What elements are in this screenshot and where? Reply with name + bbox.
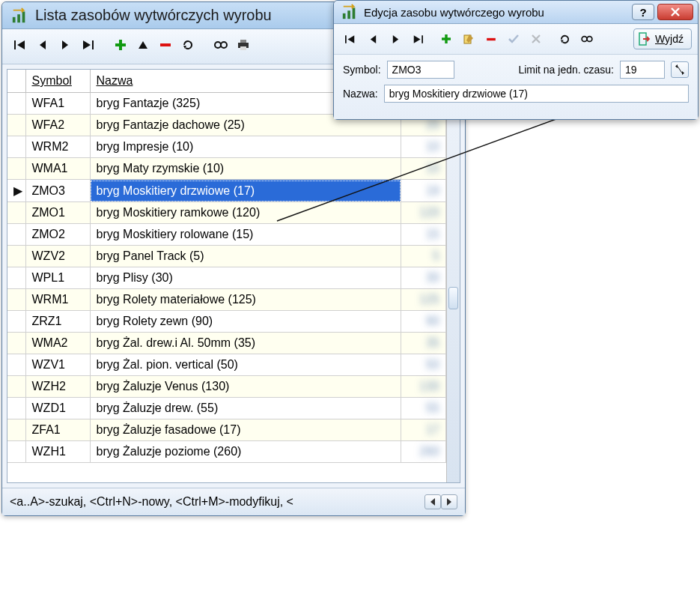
table-row[interactable]: WZD1bryg Żaluzje drew. (55)55 [7,398,446,419]
svg-rect-0 [13,16,16,22]
stepper-button[interactable] [671,61,689,78]
svg-rect-8 [92,40,94,49]
edit-title: Edycja zasobu wytwórczego wyrobu [364,6,544,19]
status-scroll-left-icon[interactable] [424,494,441,509]
move-up-icon[interactable] [133,35,153,55]
svg-rect-32 [421,35,423,43]
table-row[interactable]: WMA1bryg Maty rzymskie (10)10 [7,158,446,180]
row-marker [7,246,25,267]
nav-prev-icon[interactable] [362,29,383,49]
status-text: <a..A>-szukaj, <Ctrl+N>-nowy, <Ctrl+M>-m… [10,495,293,509]
add-icon[interactable] [110,35,131,55]
nav-last-icon[interactable] [407,29,428,49]
delete-icon[interactable] [155,35,176,55]
row-marker [7,267,25,289]
table-row[interactable]: ZMO2bryg Moskitiery rolowane (15)15 [7,224,446,246]
cell-symbol: WMA1 [25,158,90,180]
cell-symbol: WZD1 [25,398,90,419]
table-row[interactable]: WPL1bryg Plisy (30)30 [7,267,446,289]
svg-marker-20 [430,498,435,506]
table-row[interactable]: WZH2bryg Żaluzje Venus (130)130 [7,376,446,398]
svg-marker-5 [40,40,46,49]
vertical-scrollbar[interactable] [446,70,460,482]
table-row[interactable]: WRM1bryg Rolety materiałowe (125)125 [7,289,446,311]
cell-value: 10 [401,136,446,158]
svg-marker-28 [348,35,355,43]
exit-button[interactable]: Wyjdź [633,28,692,49]
edit-icon[interactable] [458,29,479,49]
statusbar: <a..A>-szukaj, <Ctrl+N>-nowy, <Ctrl+M>-m… [2,488,465,515]
name-input[interactable] [384,85,689,103]
cell-symbol: WZV1 [25,354,90,376]
symbol-label: Symbol: [343,64,381,76]
nav-first-icon[interactable] [340,29,361,49]
cell-name: bryg Maty rzymskie (10) [90,158,401,180]
delete-icon[interactable] [481,29,502,49]
cell-name: bryg Moskitiery drzwiowe (17) [90,180,401,202]
scrollbar-thumb[interactable] [448,287,458,309]
list-title: Lista zasobów wytwórczych wyrobu [35,7,272,24]
cancel-icon[interactable] [526,29,547,49]
nav-next-icon[interactable] [55,35,76,55]
search-icon[interactable] [210,35,231,55]
cell-symbol: WMA2 [25,333,90,354]
svg-rect-22 [343,13,346,19]
close-button[interactable] [657,4,693,20]
table-row[interactable]: ▶ZMO3bryg Moskitiery drzwiowe (17)19 [7,180,446,202]
table-row[interactable]: WMA2bryg Żal. drew.i Al. 50mm (35)35 [7,333,446,354]
cell-name: bryg Żaluzje poziome (260) [90,441,401,463]
status-scroll-right-icon[interactable] [441,494,457,509]
symbol-input[interactable] [387,61,454,79]
svg-marker-31 [414,35,421,43]
row-marker [7,115,25,136]
nav-first-icon[interactable] [10,35,31,55]
edit-titlebar[interactable]: Edycja zasobu wytwórczego wyrobu ? [334,1,698,24]
nav-next-icon[interactable] [385,29,406,49]
svg-point-14 [215,42,221,48]
cell-value: 260 [401,441,446,463]
limit-input[interactable] [620,61,665,79]
add-icon[interactable] [436,29,457,49]
row-marker [7,202,25,224]
row-marker [7,354,25,376]
row-marker [7,398,25,419]
refresh-icon[interactable] [177,35,198,55]
table-row[interactable]: WZH1bryg Żaluzje poziome (260)260 [7,441,446,463]
svg-marker-29 [370,35,375,43]
print-icon[interactable] [233,35,254,55]
help-button[interactable]: ? [632,4,654,20]
svg-rect-34 [442,37,451,40]
svg-rect-19 [240,46,246,50]
name-label: Nazwa: [343,88,378,100]
cell-name: bryg Żal. drew.i Al. 50mm (35) [90,333,401,354]
grid: Symbol Nazwa WFA1bryg Fantazje (325)325W… [7,69,460,483]
svg-rect-10 [115,43,126,46]
svg-marker-44 [675,64,678,68]
svg-rect-27 [345,35,347,43]
cell-name: bryg Żaluzje fasadowe (17) [90,419,401,441]
svg-marker-30 [392,35,398,43]
table-row[interactable]: WZV1bryg Żal. pion. vertical (50)50 [7,354,446,376]
table-row[interactable]: WRM2bryg Impresje (10)10 [7,136,446,158]
cell-name: bryg Rolety materiałowe (125) [90,289,401,311]
row-marker [7,419,25,441]
refresh-icon[interactable] [554,29,575,49]
row-marker [7,376,25,398]
cell-value: 130 [401,376,446,398]
row-marker [7,93,25,115]
svg-marker-45 [682,71,684,75]
col-symbol-header[interactable]: Symbol [25,70,90,93]
search-icon[interactable] [576,29,597,49]
table-row[interactable]: WZV2bryg Panel Track (5)5 [7,246,446,267]
cell-symbol: ZMO2 [25,224,90,246]
table-row[interactable]: ZRZ1bryg Rolety zewn (90)90 [7,311,446,333]
svg-rect-36 [487,37,496,40]
confirm-icon[interactable] [503,29,524,49]
table-row[interactable]: ZFA1bryg Żaluzje fasadowe (17)17 [7,419,446,441]
cell-name: bryg Rolety zewn (90) [90,311,401,333]
cell-symbol: WFA2 [25,115,90,136]
table-row[interactable]: ZMO1bryg Moskitiery ramkowe (120)120 [7,202,446,224]
cell-name: bryg Moskitiery rolowane (15) [90,224,401,246]
nav-last-icon[interactable] [77,35,98,55]
nav-prev-icon[interactable] [32,35,53,55]
